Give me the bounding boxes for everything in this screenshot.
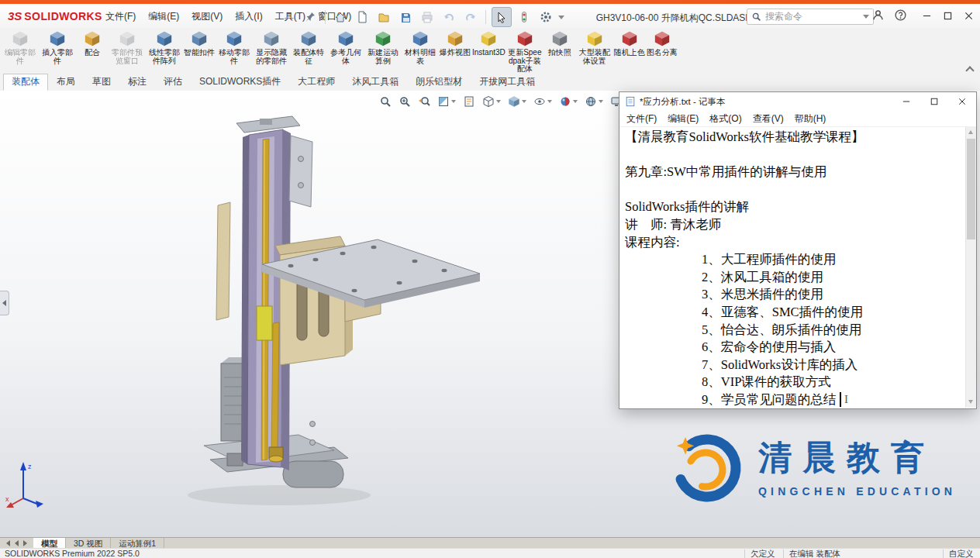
tab-scroll-arrows[interactable]	[0, 540, 33, 546]
scrollbar-thumb[interactable]	[967, 139, 975, 239]
view-tab[interactable]: 模型	[33, 538, 66, 549]
scroll-right-icon[interactable]	[23, 540, 27, 546]
command-tab[interactable]: 评估	[155, 74, 191, 91]
maximize-button[interactable]	[937, 4, 958, 28]
view-tab[interactable]: 3D 视图	[66, 538, 111, 549]
notepad-menu-item[interactable]: 查看(V)	[747, 111, 789, 127]
annotation-view-icon[interactable]	[461, 94, 477, 109]
rebuild-icon[interactable]	[515, 8, 533, 26]
menu-item[interactable]: 文件(F)	[99, 8, 142, 26]
ribbon-button[interactable]: 大型装配体设置	[576, 29, 613, 65]
notepad-scrollbar[interactable]	[965, 126, 976, 408]
apply-scene-icon[interactable]	[583, 94, 605, 109]
logo-chinese-name: 清晨教育	[758, 436, 956, 480]
zoom-area-icon[interactable]	[397, 94, 412, 109]
command-search-input[interactable]: 搜索命令	[747, 9, 874, 25]
close-button[interactable]	[958, 4, 979, 28]
notepad-menu-item[interactable]: 格式(O)	[704, 111, 747, 127]
notepad-menubar: 文件(F)编辑(E)格式(O)查看(V)帮助(H)	[619, 111, 976, 127]
user-account-icon[interactable]	[871, 9, 885, 22]
command-tab[interactable]: 大工程师	[289, 74, 343, 91]
edit-appearance-icon[interactable]	[557, 94, 579, 109]
chevron-down-icon[interactable]	[558, 16, 564, 19]
notepad-titlebar[interactable]: *应力分析.txt - 记事本	[619, 92, 976, 111]
ribbon-button[interactable]: Instant3D	[471, 29, 506, 57]
section-view-icon[interactable]	[436, 94, 457, 109]
undo-icon[interactable]	[440, 8, 458, 26]
notepad-line: 5、怡合达、朗乐插件的使用	[625, 322, 964, 339]
notepad-line: 4、亚德客、SMC插件的使用	[625, 304, 964, 322]
ribbon-button[interactable]: 图名分离	[646, 29, 678, 57]
ribbon-button[interactable]: 配合	[76, 29, 109, 57]
display-style-icon[interactable]	[506, 94, 528, 109]
scroll-up-arrow[interactable]	[968, 130, 973, 134]
command-tab[interactable]: 朗乐铝型材	[407, 74, 471, 91]
ribbon-button[interactable]: 移动零部件	[216, 29, 253, 65]
svg-text:z: z	[28, 463, 32, 470]
previous-view-icon[interactable]	[416, 94, 432, 109]
assembly-model-lift-mechanism[interactable]	[182, 114, 516, 525]
ribbon-button-label: 显示隐藏的零部件	[254, 49, 289, 65]
menu-item[interactable]: 编辑(E)	[142, 8, 185, 26]
ribbon-button[interactable]: 装配体特征	[290, 29, 327, 65]
ribbon-button[interactable]: 参考几何体	[327, 29, 364, 65]
ribbon-button[interactable]: 材料明细表	[402, 29, 439, 65]
ribbon-button-label: Instant3D	[472, 49, 506, 57]
command-tab[interactable]: 沐风工具箱	[343, 74, 407, 91]
ribbon-button[interactable]: 零部件预览窗口	[109, 29, 146, 65]
new-document-icon[interactable]	[353, 8, 371, 26]
notepad-minimize-button[interactable]	[892, 92, 920, 111]
ribbon-button[interactable]: 爆炸视图	[439, 29, 471, 57]
status-customize[interactable]: 自定义	[949, 549, 974, 558]
redo-icon[interactable]	[461, 8, 480, 26]
ribbon-button[interactable]: 编辑零部件	[2, 29, 39, 65]
print-icon[interactable]	[418, 8, 437, 26]
scroll-left-icon[interactable]	[15, 540, 19, 546]
ribbon-button[interactable]: 新建运动算例	[364, 29, 402, 65]
open-icon[interactable]	[374, 8, 393, 26]
ribbon-button[interactable]: 线性零部件阵列	[146, 29, 183, 65]
ribbon-button-icon	[49, 30, 66, 47]
command-tab[interactable]: 草图	[84, 74, 119, 91]
minimize-button[interactable]	[916, 4, 937, 28]
ribbon-button[interactable]: 随机上色	[613, 29, 646, 57]
command-tab[interactable]: 布局	[48, 74, 84, 91]
ribbon-button-label: 拍快照	[548, 49, 571, 57]
menu-item[interactable]: 视图(V)	[185, 8, 229, 26]
scroll-down-arrow[interactable]	[968, 400, 973, 404]
menu-item[interactable]: 插入(I)	[229, 8, 268, 26]
notepad-window[interactable]: *应力分析.txt - 记事本 文件(F)编辑(E)格式(O)查看(V)帮助(H…	[619, 91, 977, 409]
notepad-menu-item[interactable]: 编辑(E)	[662, 111, 704, 127]
view-orientation-icon[interactable]	[481, 94, 502, 109]
home-icon[interactable]	[331, 8, 350, 26]
save-icon[interactable]	[396, 8, 415, 26]
command-tab[interactable]: 开拔网工具箱	[471, 74, 543, 91]
feature-tree-collapse-arrow[interactable]	[0, 291, 9, 315]
zoom-fit-icon[interactable]	[378, 94, 393, 109]
select-cursor-icon[interactable]	[492, 7, 512, 27]
hide-show-items-icon[interactable]	[532, 94, 554, 109]
ribbon-button[interactable]: 拍快照	[543, 29, 576, 57]
logo-english-name: QINGCHEN EDUCATION	[758, 485, 956, 498]
ribbon-button[interactable]: 智能扣件	[183, 29, 216, 57]
notepad-menu-item[interactable]: 文件(F)	[621, 111, 662, 127]
pin-icon[interactable]	[301, 8, 319, 26]
ribbon-collapse-arrow[interactable]	[966, 65, 974, 73]
view-tab[interactable]: 运动算例1	[111, 538, 164, 549]
notepad-maximize-button[interactable]	[920, 92, 948, 111]
command-tab[interactable]: 标注	[119, 74, 155, 91]
ribbon-button[interactable]: 插入零部件	[39, 29, 76, 65]
ribbon-button[interactable]: 显示隐藏的零部件	[253, 29, 290, 65]
notepad-menu-item[interactable]: 帮助(H)	[789, 111, 832, 127]
status-version: SOLIDWORKS Premium 2022 SP5.0	[5, 549, 140, 558]
command-tab[interactable]: 装配体	[3, 74, 48, 91]
command-tab[interactable]: SOLIDWORKS插件	[191, 74, 289, 91]
options-gear-icon[interactable]	[537, 8, 555, 26]
ribbon-button-icon	[586, 30, 603, 47]
scroll-left-icon[interactable]	[6, 540, 10, 546]
chevron-down-icon[interactable]	[863, 15, 869, 19]
notepad-text-area[interactable]: 【清晨教育SolidWorks软件基础教学课程】第九章:SW中常用插件的讲解与使…	[619, 127, 976, 409]
help-icon[interactable]	[894, 9, 907, 22]
notepad-close-button[interactable]	[948, 92, 976, 111]
ribbon-button[interactable]: 更新Speedpak子装配体	[506, 29, 543, 74]
